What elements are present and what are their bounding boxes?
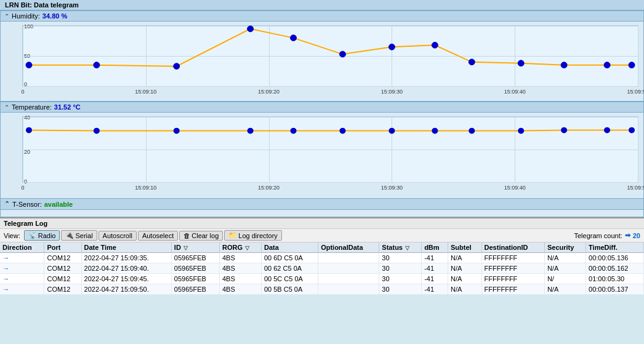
table-cell-3: 05965FEB: [171, 284, 219, 295]
table-cell-10: FFFFFFFF: [481, 284, 544, 295]
table-cell-8: -41: [422, 253, 448, 263]
svg-point-22: [518, 128, 524, 134]
svg-point-24: [604, 127, 610, 134]
temp-x-3: 15:09:30: [381, 185, 403, 191]
table-cell-7: 30: [379, 263, 422, 274]
svg-point-8: [469, 59, 475, 65]
table-cell-4: 4BS: [219, 274, 261, 284]
svg-point-1: [94, 62, 100, 68]
table-cell-0: →: [0, 263, 44, 274]
serial-button[interactable]: 🔌 Serial: [61, 230, 97, 241]
table-cell-4: 4BS: [219, 263, 261, 274]
humidity-header: ⌃ Humidity: 34.80 %: [0, 10, 644, 22]
temp-x-4: 15:09:40: [504, 185, 526, 191]
autoscroll-button[interactable]: Autoscroll: [99, 231, 137, 241]
table-cell-12: 00:00:05.137: [586, 284, 644, 295]
humidity-x-4: 15:09:40: [504, 89, 526, 95]
clear-log-button[interactable]: 🗑 Clear log: [179, 231, 223, 241]
table-row[interactable]: →COM122022-04-27 15:09:35.05965FEB4BS00 …: [0, 253, 644, 263]
table-cell-9: N/A: [448, 274, 481, 284]
svg-point-11: [604, 62, 610, 68]
col-subtel: Subtel: [448, 242, 481, 253]
col-optionaldata: OptionalData: [318, 242, 379, 253]
svg-point-23: [561, 127, 567, 134]
table-cell-0: →: [0, 274, 44, 284]
svg-point-21: [469, 128, 475, 134]
humidity-x-0: 0: [21, 89, 24, 95]
col-datetime: Date Time: [81, 242, 171, 253]
svg-point-15: [174, 128, 180, 134]
temperature-chart-svg: [23, 117, 638, 182]
col-rorg: RORG ▽: [219, 242, 261, 253]
temp-x-0: 0: [21, 185, 24, 191]
table-cell-7: 30: [379, 253, 422, 263]
col-status: Status ▽: [379, 242, 422, 253]
svg-point-5: [339, 51, 345, 57]
table-cell-11: N/A: [544, 284, 586, 295]
radio-icon: 📡: [28, 231, 37, 239]
humidity-value: 34.80 %: [42, 12, 67, 20]
svg-point-3: [248, 26, 254, 32]
table-row[interactable]: →COM122022-04-27 15:09:50.05965FEB4BS00 …: [0, 284, 644, 295]
radio-button[interactable]: 📡 Radio: [24, 230, 60, 241]
log-dir-label: Log directory: [238, 232, 278, 239]
table-row[interactable]: →COM122022-04-27 15:09:40.05965FEB4BS00 …: [0, 263, 644, 274]
temp-x-5: 15:09:50: [627, 185, 644, 191]
humidity-chevron[interactable]: ⌃: [4, 13, 9, 20]
lrn-label: LRN Bit:: [5, 1, 32, 9]
table-row[interactable]: →COM122022-04-27 15:09:45.05965FEB4BS00 …: [0, 274, 644, 284]
svg-point-14: [94, 128, 100, 134]
table-cell-5: 00 62 C5 0A: [261, 263, 318, 274]
autoselect-button[interactable]: Autoselect: [138, 231, 178, 241]
table-cell-4: 4BS: [219, 284, 261, 295]
svg-point-25: [629, 127, 635, 134]
temp-x-2: 15:09:20: [258, 185, 280, 191]
table-header-row: Direction Port Date Time ID ▽ RORG ▽ Dat…: [0, 242, 644, 253]
svg-point-18: [339, 128, 345, 134]
col-dbm: dBm: [422, 242, 448, 253]
col-port: Port: [44, 242, 81, 253]
humidity-chart-svg: [23, 26, 638, 86]
table-cell-8: -41: [422, 274, 448, 284]
svg-point-16: [248, 128, 254, 134]
count-arrow: ➡: [625, 231, 630, 239]
table-cell-6: [318, 263, 379, 274]
tsensor-chevron[interactable]: ⌃: [4, 200, 10, 208]
log-directory-button[interactable]: 📁 Log directory: [224, 230, 282, 241]
table-cell-6: [318, 274, 379, 284]
svg-point-19: [388, 128, 395, 134]
humidity-x-1: 15:09:10: [135, 89, 156, 95]
table-cell-3: 05965FEB: [171, 263, 219, 274]
table-cell-4: 4BS: [219, 253, 261, 263]
count-value: 20: [633, 232, 640, 239]
col-destinationid: DestinationID: [481, 242, 544, 253]
telegram-count-area: Telegram count: ➡ 20: [574, 231, 640, 239]
telegram-log-title: Telegram Log: [0, 218, 644, 229]
temperature-header: ⌃ Temperature: 31.52 °C: [0, 102, 644, 113]
table-cell-10: FFFFFFFF: [481, 274, 544, 284]
clear-icon: 🗑: [183, 232, 190, 239]
table-cell-2: 2022-04-27 15:09:35.: [81, 253, 171, 263]
svg-point-20: [432, 128, 438, 134]
telegram-tbody: →COM122022-04-27 15:09:35.05965FEB4BS00 …: [0, 253, 644, 295]
col-security: Security: [544, 242, 586, 253]
table-cell-9: N/A: [448, 263, 481, 274]
svg-point-12: [629, 62, 635, 68]
temperature-chevron[interactable]: ⌃: [4, 104, 9, 111]
table-cell-0: →: [0, 253, 44, 263]
table-cell-6: [318, 253, 379, 263]
table-cell-7: 30: [379, 284, 422, 295]
temperature-value: 31.52 °C: [54, 103, 81, 111]
telegram-table-container: Direction Port Date Time ID ▽ RORG ▽ Dat…: [0, 242, 644, 295]
autoselect-label: Autoselect: [142, 232, 174, 239]
table-cell-12: 01:00:05.30: [586, 274, 644, 284]
table-cell-9: N/A: [448, 253, 481, 263]
table-cell-2: 2022-04-27 15:09:40.: [81, 263, 171, 274]
table-cell-10: FFFFFFFF: [481, 253, 544, 263]
table-cell-3: 05965FEB: [171, 274, 219, 284]
svg-point-17: [291, 128, 297, 134]
svg-point-2: [174, 63, 180, 70]
clear-log-label: Clear log: [191, 232, 219, 239]
table-cell-2: 2022-04-27 15:09:50.: [81, 284, 171, 295]
svg-point-10: [561, 62, 567, 68]
